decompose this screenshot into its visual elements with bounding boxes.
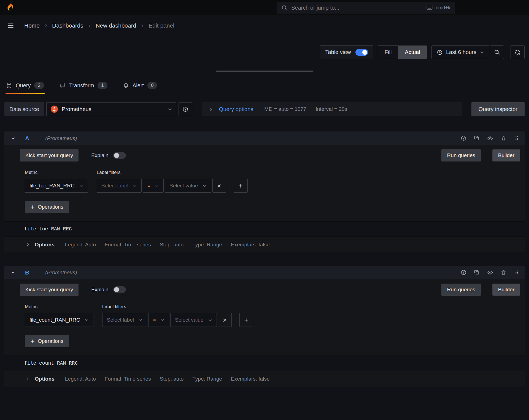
options-toggle[interactable]: Options xyxy=(24,376,56,382)
kick-start-button[interactable]: Kick start your query xyxy=(20,284,79,296)
collapse-chevron-icon[interactable] xyxy=(9,136,17,141)
type-option: Type: Range xyxy=(192,242,222,248)
step-option: Step: auto xyxy=(160,242,184,248)
query-help-icon[interactable] xyxy=(461,270,466,275)
operations-row: Operations xyxy=(4,327,525,347)
mode-builder[interactable]: Builder xyxy=(493,284,520,295)
operator-select[interactable]: = xyxy=(143,179,164,193)
tab-transform-label: Transform xyxy=(69,82,94,89)
datasource-row: Data source Prometheus Query options MD … xyxy=(4,102,525,116)
search-input[interactable] xyxy=(291,4,423,11)
query-a-toolbar: Kick start your query Explain Run querie… xyxy=(4,145,525,161)
grafana-logo-icon[interactable] xyxy=(5,2,16,13)
explain-toggle[interactable] xyxy=(113,152,126,159)
operator-value: = xyxy=(147,183,150,189)
query-inspector-button[interactable]: Query inspector xyxy=(471,102,525,116)
value-select[interactable]: Select value xyxy=(165,179,211,193)
top-bar: cmd+k xyxy=(0,0,529,16)
options-label: Options xyxy=(35,376,55,382)
display-mode-fill[interactable]: Fill xyxy=(378,46,398,59)
datasource-help-button[interactable] xyxy=(179,102,192,116)
run-queries-button[interactable]: Run queries xyxy=(441,284,481,296)
format-option: Format: Time series xyxy=(105,242,151,248)
toggle-visibility-icon[interactable] xyxy=(487,270,493,276)
query-datasource-name: (Prometheus) xyxy=(45,270,77,276)
close-icon xyxy=(222,318,227,322)
search-input-container[interactable]: cmd+k xyxy=(277,2,455,14)
query-options-summary: Query options MD = auto = 1077 Interval … xyxy=(202,102,462,116)
pane-resize-handle[interactable] xyxy=(216,71,313,72)
datasource-picker[interactable]: Prometheus xyxy=(46,102,176,116)
breadcrumb-dashboards[interactable]: Dashboards xyxy=(52,22,83,29)
bell-icon xyxy=(123,82,129,88)
mode-code[interactable]: Code xyxy=(493,161,516,161)
breadcrumb-edit-panel: Edit panel xyxy=(149,22,174,29)
query-b-options-row: Options Legend: Auto Format: Time series… xyxy=(4,371,525,387)
chevron-down-icon xyxy=(138,318,142,322)
operator-select[interactable]: = xyxy=(148,313,169,327)
editor-tabs: Query 2 Transform 1 Alert 0 xyxy=(0,72,529,94)
mode-builder[interactable]: Builder xyxy=(493,150,520,161)
label-select[interactable]: Select label xyxy=(97,179,142,193)
operations-row: Operations xyxy=(4,193,525,213)
metric-select[interactable]: file_toe_RAN_RRC xyxy=(25,179,88,193)
add-filter-button[interactable] xyxy=(239,313,253,327)
add-operations-button[interactable]: Operations xyxy=(25,335,69,347)
drag-handle-icon[interactable] xyxy=(514,270,520,275)
remove-filter-button[interactable] xyxy=(218,313,232,327)
chevron-down-icon xyxy=(168,107,172,111)
duplicate-query-icon[interactable] xyxy=(474,270,480,275)
chevron-right-icon xyxy=(140,24,144,28)
breadcrumb-new-dashboard[interactable]: New dashboard xyxy=(96,22,136,29)
chevron-right-icon xyxy=(209,107,213,111)
table-view-toggle[interactable] xyxy=(355,49,368,56)
metric-field: Metric file_toe_RAN_RRC xyxy=(25,170,88,193)
query-help-icon[interactable] xyxy=(461,135,466,141)
chevron-down-icon xyxy=(160,318,164,322)
drag-handle-icon[interactable] xyxy=(514,135,520,141)
metric-select[interactable]: file_count_RAN_RRC xyxy=(25,313,93,327)
menu-toggle-icon[interactable] xyxy=(5,20,17,31)
remove-filter-button[interactable] xyxy=(212,179,226,193)
mode-code[interactable]: Code xyxy=(493,295,516,296)
tab-query-count: 2 xyxy=(34,82,44,89)
label-select-placeholder: Select label xyxy=(101,183,128,189)
time-range-label: Last 6 hours xyxy=(446,49,476,55)
run-queries-button[interactable]: Run queries xyxy=(441,149,481,161)
query-b-header[interactable]: B (Prometheus) xyxy=(4,266,525,279)
refresh-button[interactable] xyxy=(511,45,525,59)
time-range-picker[interactable]: Last 6 hours xyxy=(431,45,489,59)
label-select[interactable]: Select label xyxy=(102,313,147,327)
query-datasource-name: (Prometheus) xyxy=(45,135,77,141)
collapse-chevron-icon[interactable] xyxy=(9,270,17,275)
shortcut-hint: cmd+k xyxy=(426,4,450,11)
tab-query[interactable]: Query 2 xyxy=(6,79,45,94)
explain-toggle[interactable] xyxy=(113,286,126,293)
zoom-out-time-button[interactable] xyxy=(490,45,504,59)
close-icon xyxy=(217,184,222,188)
value-select[interactable]: Select value xyxy=(170,313,217,327)
delete-query-icon[interactable] xyxy=(501,135,506,141)
options-toggle[interactable]: Options xyxy=(24,241,56,248)
zoom-out-icon xyxy=(494,49,500,55)
operator-value: = xyxy=(153,317,156,323)
query-a-header[interactable]: A (Prometheus) xyxy=(4,131,525,145)
interval-summary: Interval = 20s xyxy=(315,106,347,112)
toggle-visibility-icon[interactable] xyxy=(487,135,493,141)
editor-mode-group: Builder Code xyxy=(492,284,520,296)
query-options-toggle[interactable]: Query options xyxy=(207,106,255,113)
duplicate-query-icon[interactable] xyxy=(474,135,480,141)
kick-start-button[interactable]: Kick start your query xyxy=(20,149,79,161)
value-select-placeholder: Select value xyxy=(169,183,198,189)
add-filter-button[interactable] xyxy=(234,179,248,193)
plus-icon xyxy=(30,205,35,209)
tab-alert[interactable]: Alert 0 xyxy=(122,79,158,94)
query-row-a: A (Prometheus) Kick start your query Exp… xyxy=(4,131,525,252)
label-filters-field: Label filters Select label = Select valu… xyxy=(97,170,248,193)
delete-query-icon[interactable] xyxy=(501,270,506,275)
breadcrumb-home[interactable]: Home xyxy=(24,22,40,29)
tab-transform[interactable]: Transform 1 xyxy=(59,79,108,94)
label-filters-label: Label filters xyxy=(97,170,248,175)
add-operations-button[interactable]: Operations xyxy=(25,201,69,213)
display-mode-actual[interactable]: Actual xyxy=(398,46,427,59)
